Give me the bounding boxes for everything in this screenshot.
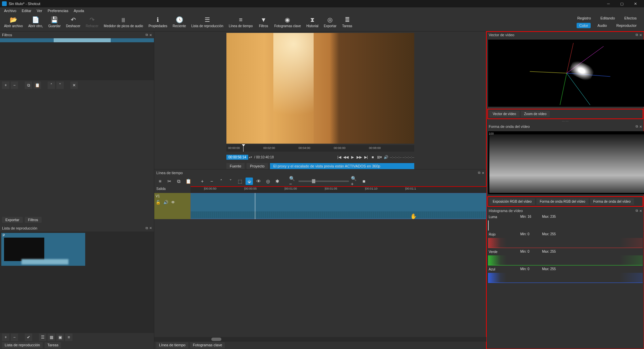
undock-icon[interactable]: ⧉ — [146, 33, 148, 37]
zoom-fit-button[interactable]: ■ — [360, 178, 368, 185]
undock-icon[interactable]: ⧉ — [636, 209, 638, 213]
playlist-menu-button[interactable]: ≡ — [65, 334, 72, 341]
video-clip[interactable] — [191, 193, 486, 219]
remove-filter-button[interactable]: − — [11, 82, 18, 89]
close-panel-icon[interactable]: ✕ — [639, 209, 642, 213]
playlist-item[interactable]: P — [1, 233, 85, 266]
volume-button[interactable]: 🔊 — [383, 154, 389, 160]
toolbar-rehacer-button[interactable]: ↷Rehacer — [83, 15, 101, 29]
output-label[interactable]: Salida — [154, 186, 191, 193]
toolbar-historial-button[interactable]: ⧗Historial — [304, 15, 321, 29]
zoom-in-button[interactable]: 🔍+ — [351, 178, 358, 185]
menu-preferencias[interactable]: Preferencias — [45, 8, 71, 13]
timeline-ruler[interactable]: |00:00:50|00:00:55|00:01:00|00:01:05|00:… — [191, 186, 486, 193]
tab-tareas[interactable]: Tareas — [45, 342, 61, 348]
timeline-scrollbar[interactable] — [154, 337, 486, 342]
toolbar-abrir-otro--button[interactable]: 📄Abrir otro, — [25, 15, 46, 29]
deselect-filter-button[interactable]: ✕ — [70, 82, 78, 89]
toolbar-propiedades-button[interactable]: ℹPropiedades — [146, 15, 170, 29]
proxy-notice[interactable]: El proxy y el escalado de vista previa e… — [270, 163, 414, 169]
toolbar-deshacer-button[interactable]: ↶Deshacer — [63, 15, 83, 29]
tab-reproductor[interactable]: Reproductor — [613, 23, 639, 28]
current-timecode[interactable]: 00:00:56:14 — [226, 155, 248, 160]
tab-color[interactable]: Color — [577, 23, 591, 28]
hide-track-icon[interactable]: 👁 — [171, 200, 175, 205]
ripple-all-button[interactable]: ✱ — [274, 178, 281, 185]
toolbar-lista-de-reproducci-n-button[interactable]: ☰Lista de reproducción — [189, 15, 226, 29]
tab-efectos[interactable]: Efectos — [622, 15, 639, 21]
skip-end-button[interactable]: ▶| — [363, 154, 369, 160]
close-panel-icon[interactable]: ✕ — [149, 33, 152, 37]
playlist-remove-button[interactable]: − — [11, 334, 18, 341]
tab-linea-tiempo[interactable]: Línea de tiempo — [156, 342, 188, 348]
move-down-button[interactable]: ˅ — [56, 82, 64, 89]
tab-waveform[interactable]: Forma de onda del vídeo — [590, 198, 634, 205]
overwrite-button[interactable]: ˅ — [227, 178, 234, 185]
undock-icon[interactable]: ⧉ — [636, 33, 638, 37]
remove-button[interactable]: − — [208, 178, 215, 185]
split-button[interactable]: ⬚ — [236, 178, 244, 185]
tab-vector-video[interactable]: Vector de vídeo — [489, 111, 520, 117]
zoom-slider[interactable] — [299, 181, 349, 182]
tab-proyecto[interactable]: Proyecto — [247, 163, 268, 169]
tab-fotogramas-clave[interactable]: Fotogramas clave — [190, 342, 225, 348]
playlist-view-list-button[interactable]: ☰ — [39, 334, 46, 341]
menu-ver[interactable]: Ver — [34, 8, 45, 13]
move-up-button[interactable]: ˄ — [48, 82, 55, 89]
stop-button[interactable]: ■ — [370, 154, 376, 160]
timeline-track-area[interactable]: ✋ — [191, 193, 486, 219]
tab-fuente[interactable]: Fuente — [226, 163, 245, 169]
undock-icon[interactable]: ⧉ — [146, 226, 148, 230]
copy-button[interactable]: ⧉ — [175, 178, 182, 185]
playlist-add-button[interactable]: + — [2, 334, 9, 341]
track-header-v1[interactable]: V1 🔓 🔊 👁 — [154, 193, 191, 219]
menu-archivo[interactable]: Archivo — [1, 8, 19, 13]
tab-editando[interactable]: Editando — [598, 15, 618, 21]
menu-ayuda[interactable]: Ayuda — [71, 8, 87, 13]
ripple-button[interactable]: ◎ — [264, 178, 272, 185]
playlist-view-tiles-button[interactable]: ▦ — [48, 334, 55, 341]
toolbar-medidor-de-picos-de-audio-button[interactable]: ⫼Medidor de picos de audio — [101, 15, 146, 29]
preview-scrubber[interactable]: 00:00:0000:02:0000:04:0000:06:0000:08:00 — [226, 145, 414, 152]
toolbar-exportar-button[interactable]: ◎Exportar — [321, 15, 339, 29]
cut-button[interactable]: ✂ — [166, 178, 173, 185]
lock-track-icon[interactable]: 🔓 — [156, 200, 161, 205]
tab-filtros[interactable]: Filtros — [25, 217, 42, 223]
close-button[interactable]: ✕ — [629, 0, 642, 7]
rewind-button[interactable]: ◀◀ — [343, 154, 349, 160]
panel-grip-icon[interactable]: ⋯⋯ — [487, 120, 644, 123]
toolbar-reciente-button[interactable]: 🕓Reciente — [170, 15, 189, 29]
close-panel-icon[interactable]: ✕ — [639, 33, 642, 37]
undock-icon[interactable]: ⧉ — [478, 171, 480, 175]
grid-button[interactable]: ⊞▾ — [376, 154, 382, 160]
tab-zoom-video[interactable]: Zoom de vídeo — [521, 111, 550, 117]
playlist-view-icons-button[interactable]: ▣ — [56, 334, 64, 341]
toolbar-fotogramas-clave-button[interactable]: ◉Fotogramas clave — [272, 15, 304, 29]
paste-button[interactable]: 📋 — [184, 178, 192, 185]
toolbar-abrir-archivo-button[interactable]: 📂Abrir archivo — [1, 15, 25, 29]
scrub-button[interactable]: 👁 — [255, 178, 262, 185]
paste-filter-button[interactable]: 📋 — [34, 82, 41, 89]
timeline-menu-button[interactable]: ≡ — [156, 178, 164, 185]
tab-exportar[interactable]: Exportar — [2, 217, 23, 223]
zoom-out-button[interactable]: 🔍− — [289, 178, 297, 185]
close-panel-icon[interactable]: ✕ — [639, 125, 642, 129]
maximize-button[interactable]: ▢ — [615, 0, 629, 7]
lift-button[interactable]: ˄ — [217, 178, 225, 185]
mute-track-icon[interactable]: 🔊 — [163, 200, 168, 205]
tab-rgb-waveform[interactable]: Forma de onda RGB del vídeo — [536, 198, 589, 205]
timeline-playhead[interactable] — [255, 193, 255, 219]
tab-audio[interactable]: Audio — [595, 23, 609, 28]
toolbar-filtros-button[interactable]: ▼Filtros — [256, 15, 272, 29]
toolbar-tareas-button[interactable]: ≣Tareas — [339, 15, 355, 29]
close-panel-icon[interactable]: ✕ — [482, 171, 484, 175]
snap-button[interactable]: ⬙ — [246, 178, 253, 185]
append-button[interactable]: + — [199, 178, 206, 185]
tab-registro[interactable]: Registro — [575, 15, 594, 21]
menu-editar[interactable]: Editar — [19, 8, 34, 13]
toolbar-guardar-button[interactable]: 💾Guardar — [46, 15, 63, 29]
copy-filter-button[interactable]: ⧉ — [25, 82, 32, 89]
playlist-check-button[interactable]: ✔ — [25, 334, 32, 341]
play-button[interactable]: ▶ — [350, 154, 356, 160]
tab-lista-reproduccion[interactable]: Lista de reproducción — [2, 342, 43, 348]
